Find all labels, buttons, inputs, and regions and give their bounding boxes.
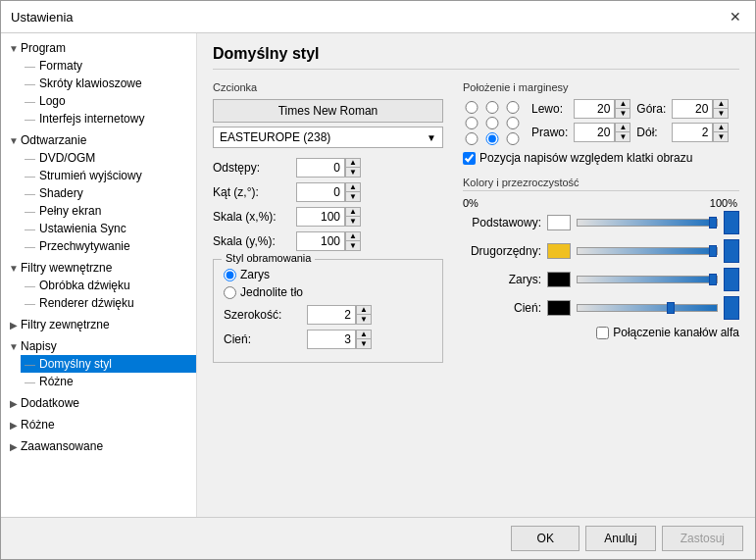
sidebar-label-interfejs: Interfejs internetowy [39,112,144,126]
gora-up[interactable]: ▲ [713,99,729,109]
skala-x-up-button[interactable]: ▲ [345,207,361,217]
cien-input[interactable] [307,330,356,349]
encoding-dropdown[interactable]: EASTEUROPE (238) ▼ [213,127,443,148]
prawo-input[interactable] [574,123,615,142]
lewo-up[interactable]: ▲ [615,99,630,109]
sidebar-item-logo[interactable]: — Logo [21,92,196,110]
sidebar-item-filtry-zewn[interactable]: ▶ Filtry zewnętrzne [1,316,196,333]
sidebar-item-shadery[interactable]: — Shadery [21,184,196,202]
odstepty-down-button[interactable]: ▼ [345,168,361,178]
sidebar-item-interfejs[interactable]: — Interfejs internetowy [21,110,196,127]
zarys-radio-label[interactable]: Zarys [224,268,432,281]
drugorzedny-slider-thumb[interactable] [709,245,717,257]
gora-down[interactable]: ▼ [713,109,729,119]
sidebar-item-odtwarzanie[interactable]: ▼ Odtwarzanie [1,131,196,149]
skala-x-down-button[interactable]: ▼ [345,217,361,227]
skala-y-down-button[interactable]: ▼ [345,241,361,251]
pozycja-checkbox-label[interactable]: Pozycja napisów względem klatki obrazu [463,151,739,165]
pos-radio-bl[interactable] [463,132,480,145]
sidebar-item-strumien[interactable]: — Strumień wyjściowy [21,167,196,184]
dol-down[interactable]: ▼ [713,132,729,142]
cien-slider-track[interactable] [577,304,718,312]
podstawowy-slider-track[interactable] [577,219,718,227]
gora-input[interactable] [672,99,713,119]
sidebar-item-przechwyt[interactable]: — Przechwytywanie [21,237,196,255]
pos-radio-tl[interactable] [463,101,480,114]
dol-input[interactable] [672,123,713,142]
sidebar-item-dodatkowe[interactable]: ▶ Dodatkowe [1,394,196,412]
anuluj-button[interactable]: Anuluj [585,526,655,551]
cien-color-button[interactable] [724,296,739,320]
cien-slider-thumb[interactable] [667,302,675,314]
podstawowy-slider-thumb[interactable] [709,217,717,229]
podstawowy-color-button[interactable] [724,211,739,234]
sidebar-item-obrobka[interactable]: — Obróbka dźwięku [21,277,196,294]
pos-radio-bc[interactable] [483,132,501,145]
pos-radio-tc[interactable] [483,101,501,114]
napisy-children: — Domyślny styl — Różne [21,355,196,390]
szerokosc-up-button[interactable]: ▲ [356,305,372,315]
skala-x-input[interactable] [296,207,345,227]
pozycja-checkbox[interactable] [463,152,476,165]
sidebar-item-pelny[interactable]: — Pełny ekran [21,202,196,220]
cien-label: Cień: [224,332,307,346]
pos-radio-tr[interactable] [504,101,522,114]
prawo-down[interactable]: ▼ [615,132,630,142]
drugorzedny-slider-track[interactable] [577,247,718,255]
szerokosc-down-button[interactable]: ▼ [356,315,372,325]
pos-radio-br[interactable] [504,132,522,145]
jednolite-radio[interactable] [224,286,236,299]
pos-radio-mr[interactable] [504,117,522,129]
drugorzedny-swatch[interactable] [547,243,571,259]
ok-button[interactable]: OK [511,526,580,551]
lewo-down[interactable]: ▼ [615,109,630,119]
bottom-bar: OK Anuluj Zastosuj [1,517,755,559]
kat-up-button[interactable]: ▲ [345,182,361,192]
kat-down-button[interactable]: ▼ [345,192,361,202]
zarys-radio[interactable] [224,269,236,281]
close-button[interactable]: ✕ [726,7,745,26]
two-column-layout: Czcionka Times New Roman EASTEUROPE (238… [213,81,739,363]
podstawowy-swatch[interactable] [547,215,571,230]
dol-up[interactable]: ▲ [713,123,729,132]
pos-radio-ml[interactable] [463,117,480,129]
skala-y-input[interactable] [296,231,345,251]
kat-label: Kąt (z,°): [213,185,296,199]
sidebar-item-rozne-napisy[interactable]: — Różne [21,373,196,390]
sidebar-item-zaawansowane[interactable]: ▶ Zaawansowane [1,437,196,455]
kat-spin-buttons: ▲ ▼ [345,182,361,202]
sidebar-item-domyslny[interactable]: — Domyślny styl [21,355,196,373]
cien-swatch[interactable] [547,300,571,316]
cien-up-button[interactable]: ▲ [356,330,372,339]
zarys-swatch[interactable] [547,272,571,287]
border-style-section: Styl obramowania Zarys Jednolite tło Sze… [213,259,443,363]
font-button[interactable]: Times New Roman [213,99,443,123]
pos-radio-mc[interactable] [483,117,501,129]
alpha-checkbox[interactable] [596,327,609,339]
lewo-input[interactable] [574,99,615,119]
skala-y-up-button[interactable]: ▲ [345,231,361,241]
kat-input[interactable] [296,182,345,202]
sidebar-item-napisy[interactable]: ▼ Napisy [1,337,196,355]
main-panel: Domyślny styl Czcionka Times New Roman E… [197,33,755,517]
sidebar-item-filtry-wewn[interactable]: ▼ Filtry wewnętrzne [1,259,196,277]
zarys-slider-thumb[interactable] [709,274,717,285]
odstepty-up-button[interactable]: ▲ [345,158,361,168]
sidebar-item-rozne[interactable]: ▶ Różne [1,416,196,433]
odstepty-input[interactable] [296,158,345,178]
zarys-color-button[interactable] [724,268,739,291]
sidebar-label-domyslny: Domyślny styl [39,357,112,371]
sidebar-item-dvd[interactable]: — DVD/OGM [21,149,196,167]
cien-down-button[interactable]: ▼ [356,339,372,349]
sidebar-item-program[interactable]: ▼ Program [1,39,196,57]
sidebar-item-formaty[interactable]: — Formaty [21,57,196,75]
zarys-slider-track[interactable] [577,276,718,283]
prawo-up[interactable]: ▲ [615,123,630,132]
drugorzedny-color-button[interactable] [724,239,739,263]
zastosuj-button[interactable]: Zastosuj [662,526,743,551]
sidebar-item-sync[interactable]: — Ustawienia Sync [21,220,196,237]
jednolite-radio-label[interactable]: Jednolite tło [224,285,432,299]
sidebar-item-renderer[interactable]: — Renderer dźwięku [21,294,196,312]
szerokosc-input[interactable] [307,305,356,325]
sidebar-item-skroty[interactable]: — Skróty klawioszowe [21,75,196,92]
